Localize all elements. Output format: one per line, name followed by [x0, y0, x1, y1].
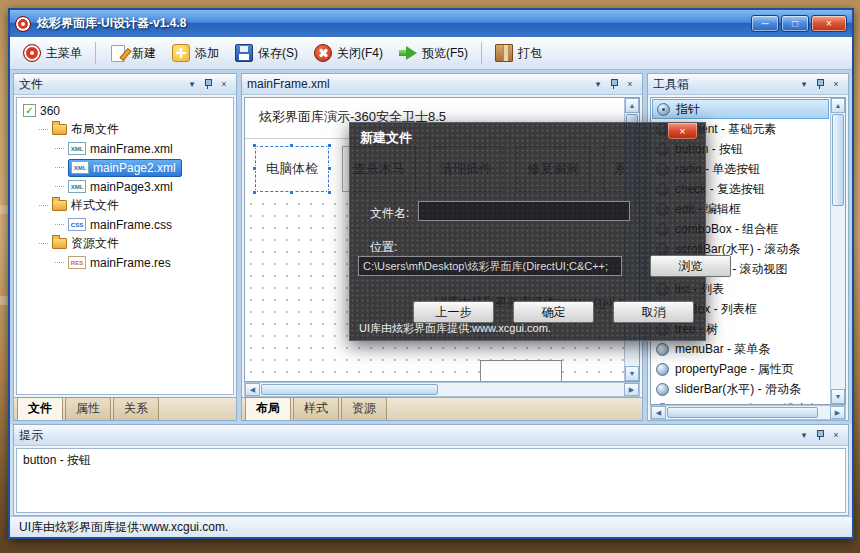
scroll-right-button[interactable]: ▶: [830, 406, 845, 419]
design-button-selected[interactable]: 电脑体检: [255, 146, 329, 192]
minimize-button[interactable]: ─: [751, 15, 779, 32]
path-input[interactable]: [358, 256, 622, 276]
tree-connector: [55, 167, 64, 168]
tree-item-mainpage2-xml[interactable]: XML mainPage2.xml: [17, 158, 233, 177]
browse-button[interactable]: 浏览: [650, 255, 731, 277]
toolbox-item-label: progressBar(水平) - 进度条: [675, 401, 819, 405]
dialog-title[interactable]: 新建文件: [360, 129, 412, 147]
selection-handle[interactable]: [289, 190, 294, 195]
tree-item-mainframe-css[interactable]: CSS mainFrame.css: [17, 215, 233, 234]
hint-panel: 提示 ▾ × button - 按钮: [13, 424, 849, 516]
tab-relations[interactable]: 关系: [113, 397, 159, 420]
tree-connector: [55, 224, 64, 225]
scrollbar-track[interactable]: [819, 406, 830, 419]
chevron-down-icon[interactable]: ▾: [797, 77, 811, 91]
toolbar-button-preview[interactable]: 预览(F5): [392, 41, 475, 65]
scroll-right-button[interactable]: ▶: [624, 383, 639, 396]
toolbar-button-package[interactable]: 打包: [488, 41, 549, 65]
toolbox-panel-header: 工具箱 ▾ ×: [648, 74, 848, 95]
toolbox-vertical-scrollbar[interactable]: ▲ ▼: [830, 98, 845, 404]
scrollbar-track[interactable]: [439, 383, 624, 396]
selection-handle[interactable]: [252, 166, 257, 171]
tab-layout[interactable]: 布局: [245, 397, 291, 420]
horizontal-scrollbar-thumb[interactable]: [261, 384, 438, 395]
toolbox-item-label: menuBar - 菜单条: [675, 341, 770, 358]
close-icon[interactable]: ×: [829, 428, 843, 442]
toolbar-button-new[interactable]: 新建: [102, 42, 163, 65]
horizontal-scrollbar-thumb[interactable]: [667, 407, 818, 418]
vertical-scrollbar-thumb[interactable]: [832, 114, 844, 206]
checkbox-checked-icon[interactable]: ✓: [23, 104, 36, 117]
tree-item-project[interactable]: ✓ 360: [17, 101, 233, 120]
ok-button[interactable]: 确定: [513, 301, 594, 323]
tree-connector: [55, 148, 64, 149]
close-icon[interactable]: ×: [829, 77, 843, 91]
toolbar-button-add[interactable]: 添加: [165, 41, 226, 65]
toolbox-item-sliderbar[interactable]: sliderBar(水平) - 滑动条: [652, 379, 829, 399]
scroll-left-button[interactable]: ◀: [651, 406, 666, 419]
selection-handle[interactable]: [252, 190, 257, 195]
selection-handle[interactable]: [327, 190, 332, 195]
editor-horizontal-scrollbar[interactable]: ◀ ▶: [244, 382, 640, 397]
pin-icon[interactable]: [813, 77, 827, 91]
selection-handle[interactable]: [327, 143, 332, 148]
tree-connector: [39, 243, 48, 244]
selection-handle[interactable]: [252, 143, 257, 148]
toolbar-button-main-menu[interactable]: 主菜单: [16, 41, 89, 65]
scroll-down-button[interactable]: ▼: [625, 366, 639, 381]
selection-handle[interactable]: [327, 166, 332, 171]
file-panel-title: 文件: [19, 76, 183, 93]
tree-item-mainframe-res[interactable]: RES mainFrame.res: [17, 253, 233, 272]
selected-tree-item: XML mainPage2.xml: [68, 159, 182, 177]
filename-input[interactable]: [418, 201, 630, 221]
cancel-button[interactable]: 取消: [613, 301, 694, 323]
scrollbar-track[interactable]: [831, 207, 845, 389]
hint-content: button - 按钮: [16, 448, 846, 513]
tab-style[interactable]: 样式: [293, 397, 339, 420]
tree-item-label: mainPage2.xml: [93, 161, 176, 175]
package-icon: [495, 44, 513, 62]
tree-item-layout-folder[interactable]: 布局文件: [17, 120, 233, 139]
chevron-down-icon[interactable]: ▾: [797, 428, 811, 442]
toolbar-label: 主菜单: [46, 45, 82, 62]
editor-tabs: 布局 样式 资源: [242, 397, 642, 420]
back-button[interactable]: 上一步: [413, 301, 494, 323]
toolbar-button-save[interactable]: 保存(S): [228, 41, 305, 65]
scroll-up-button[interactable]: ▲: [625, 98, 639, 113]
design-rectangle[interactable]: [480, 360, 562, 381]
toolbox-horizontal-scrollbar[interactable]: ◀ ▶: [650, 405, 846, 420]
tree-item-label: mainFrame.css: [90, 218, 172, 232]
toolbox-item-progressbar[interactable]: progressBar(水平) - 进度条: [652, 399, 829, 404]
tree-item-style-folder[interactable]: 样式文件: [17, 196, 233, 215]
scroll-left-button[interactable]: ◀: [245, 383, 260, 396]
app-window: 炫彩界面库-UI设计器-v1.4.8 ─ □ × 主菜单 新建 添加: [8, 8, 854, 539]
design-button-label: 电脑体检: [266, 160, 318, 178]
close-icon[interactable]: ×: [217, 77, 231, 91]
tab-resource[interactable]: 资源: [341, 397, 387, 420]
scroll-up-button[interactable]: ▲: [831, 98, 845, 113]
toolbox-item-menubar[interactable]: menuBar - 菜单条: [652, 339, 829, 359]
dialog-close-button[interactable]: ×: [667, 123, 698, 140]
tree-item-resource-folder[interactable]: 资源文件: [17, 234, 233, 253]
toolbar-button-close-file[interactable]: 关闭(F4): [307, 41, 390, 65]
tree-item-mainframe-xml[interactable]: XML mainFrame.xml: [17, 139, 233, 158]
close-icon[interactable]: ×: [623, 77, 637, 91]
pin-icon[interactable]: [607, 77, 621, 91]
pin-icon[interactable]: [201, 77, 215, 91]
maximize-button[interactable]: □: [781, 15, 809, 32]
toolbox-item-pointer[interactable]: 指针: [652, 99, 829, 119]
toolbox-item-propertypage[interactable]: propertyPage - 属性页: [652, 359, 829, 379]
close-button[interactable]: ×: [811, 15, 847, 32]
tab-files[interactable]: 文件: [17, 397, 63, 420]
toolbar-label: 添加: [195, 45, 219, 62]
selection-handle[interactable]: [289, 143, 294, 148]
toolbox-item-label: 指针: [676, 101, 700, 118]
tab-properties[interactable]: 属性: [65, 397, 111, 420]
new-file-icon: [111, 45, 125, 62]
tree-item-mainpage3-xml[interactable]: XML mainPage3.xml: [17, 177, 233, 196]
pin-icon[interactable]: [813, 428, 827, 442]
scroll-down-button[interactable]: ▼: [831, 389, 845, 404]
chevron-down-icon[interactable]: ▾: [591, 77, 605, 91]
chevron-down-icon[interactable]: ▾: [185, 77, 199, 91]
title-bar[interactable]: 炫彩界面库-UI设计器-v1.4.8 ─ □ ×: [10, 10, 852, 37]
